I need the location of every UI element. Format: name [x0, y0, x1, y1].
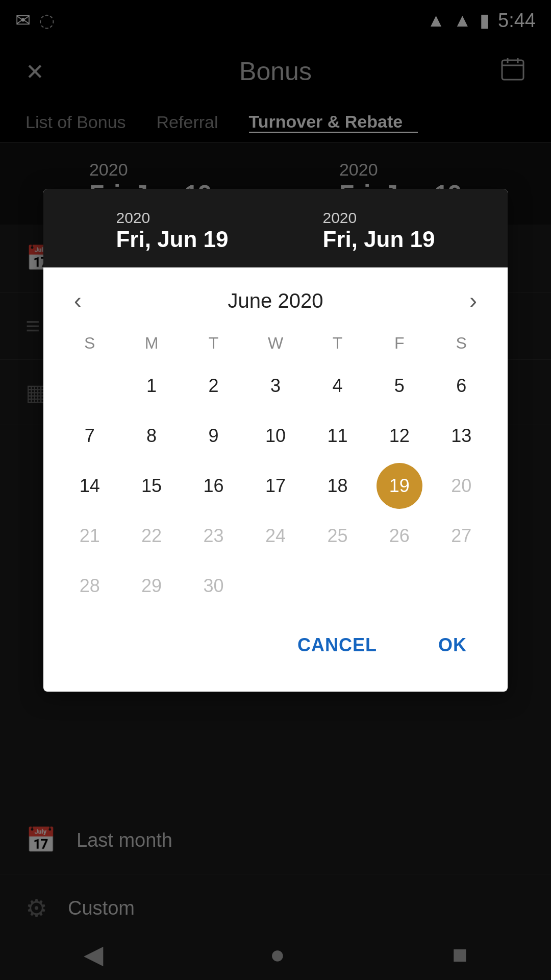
- ok-button[interactable]: OK: [423, 624, 482, 666]
- calendar-day[interactable]: 3: [255, 363, 296, 409]
- calendar-day[interactable]: 21: [69, 513, 110, 559]
- cal-header-start: 2020 Fri, Jun 19: [116, 209, 228, 252]
- day-header-sat: S: [431, 329, 492, 358]
- prev-month-button[interactable]: ‹: [64, 283, 92, 318]
- calendar-day[interactable]: 8: [131, 413, 172, 459]
- calendar-grid: 1234567891011121314151617181920212223242…: [43, 363, 508, 609]
- calendar-day[interactable]: 23: [193, 513, 234, 559]
- cal-end-date: Fri, Jun 19: [322, 227, 435, 252]
- day-header-tue: T: [183, 329, 244, 358]
- calendar-day[interactable]: 30: [193, 563, 234, 609]
- calendar-day[interactable]: 16: [193, 463, 234, 509]
- calendar-day: [69, 363, 110, 409]
- month-year-title: June 2020: [228, 289, 323, 312]
- calendar-day[interactable]: 25: [317, 513, 358, 559]
- calendar-day[interactable]: 20: [441, 463, 482, 509]
- calendar-day[interactable]: 29: [131, 563, 172, 609]
- calendar-day[interactable]: 17: [255, 463, 296, 509]
- calendar-day[interactable]: 13: [441, 413, 482, 459]
- calendar-day[interactable]: 15: [131, 463, 172, 509]
- day-header-mon: M: [120, 329, 182, 358]
- next-month-button[interactable]: ›: [459, 283, 487, 318]
- calendar-day[interactable]: 5: [379, 363, 420, 409]
- cal-header-end: 2020 Fri, Jun 19: [322, 209, 435, 252]
- calendar-day[interactable]: 22: [131, 513, 172, 559]
- calendar-day[interactable]: 2: [193, 363, 234, 409]
- day-header-sun: S: [59, 329, 120, 358]
- cal-start-date: Fri, Jun 19: [116, 227, 228, 252]
- calendar-day[interactable]: 6: [441, 363, 482, 409]
- calendar-day: [255, 563, 296, 609]
- calendar-day[interactable]: 9: [193, 413, 234, 459]
- cal-end-year: 2020: [322, 209, 435, 227]
- calendar-dialog: 2020 Fri, Jun 19 2020 Fri, Jun 19 ‹ June…: [43, 189, 508, 692]
- cancel-button[interactable]: CANCEL: [282, 624, 392, 666]
- calendar-day[interactable]: 7: [69, 413, 110, 459]
- calendar-day[interactable]: 4: [317, 363, 358, 409]
- calendar-day[interactable]: 26: [379, 513, 420, 559]
- calendar-day[interactable]: 28: [69, 563, 110, 609]
- cal-start-year: 2020: [116, 209, 228, 227]
- calendar-day[interactable]: 24: [255, 513, 296, 559]
- calendar-day[interactable]: 27: [441, 513, 482, 559]
- day-header-thu: T: [307, 329, 368, 358]
- day-header-wed: W: [244, 329, 306, 358]
- day-header-fri: F: [368, 329, 430, 358]
- day-headers: S M T W T F S: [43, 324, 508, 363]
- calendar-day[interactable]: 1: [131, 363, 172, 409]
- calendar-dialog-header: 2020 Fri, Jun 19 2020 Fri, Jun 19: [43, 189, 508, 267]
- calendar-day[interactable]: 12: [379, 413, 420, 459]
- calendar-day: [441, 563, 482, 609]
- calendar-day: [317, 563, 358, 609]
- calendar-day[interactable]: 19: [377, 463, 422, 509]
- month-navigation: ‹ June 2020 ›: [43, 267, 508, 324]
- calendar-day[interactable]: 18: [317, 463, 358, 509]
- calendar-day[interactable]: 10: [255, 413, 296, 459]
- calendar-day[interactable]: 14: [69, 463, 110, 509]
- dialog-actions: CANCEL OK: [43, 609, 508, 671]
- calendar-day: [379, 563, 420, 609]
- calendar-day[interactable]: 11: [317, 413, 358, 459]
